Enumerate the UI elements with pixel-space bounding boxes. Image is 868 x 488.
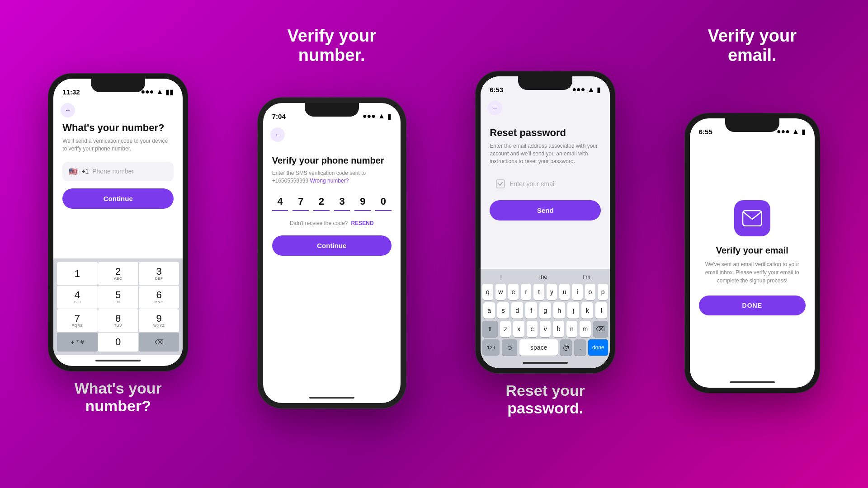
otp-1[interactable]: 4 xyxy=(272,196,288,211)
screen-1-title: What's your number? xyxy=(62,122,174,134)
top-heading-2-wrapper: Verify your number. xyxy=(257,26,406,65)
wrong-number-link[interactable]: Wrong number? xyxy=(310,178,349,184)
kbd-j[interactable]: j xyxy=(567,302,579,319)
kbd-w[interactable]: w xyxy=(495,284,506,300)
phone-3-frame: 6:53 ●●● ▲ ▮ ← Reset password xyxy=(475,71,615,374)
kbd-i[interactable]: i xyxy=(572,284,582,300)
bottom-label-1: What's your number? xyxy=(55,380,181,415)
kbd-a[interactable]: a xyxy=(483,302,495,319)
otp-2[interactable]: 7 xyxy=(292,196,309,211)
kbd-u[interactable]: u xyxy=(559,284,570,300)
done-btn[interactable]: DONE xyxy=(699,296,806,315)
kbd-123[interactable]: 123 xyxy=(482,339,500,356)
kbd-p[interactable]: p xyxy=(598,284,608,300)
continue-btn-1[interactable]: Continue xyxy=(62,188,174,209)
resend-link[interactable]: RESEND xyxy=(351,220,374,226)
time-4: 6:55 xyxy=(699,128,712,136)
kbd-backspace[interactable]: ⌫ xyxy=(593,321,609,337)
kbd-n[interactable]: n xyxy=(566,321,577,337)
kbd-d[interactable]: d xyxy=(511,302,523,319)
key-2[interactable]: 2 ABC xyxy=(98,262,138,285)
kbd-k[interactable]: k xyxy=(581,302,593,319)
kbd-h[interactable]: h xyxy=(553,302,565,319)
phone-1-frame: 11:32 ●●● ▲ ▮▮ ← What's your xyxy=(48,73,188,371)
kbd-s[interactable]: s xyxy=(497,302,509,319)
flag-icon: 🇺🇸 xyxy=(69,167,78,176)
key-5[interactable]: 5 JKL xyxy=(98,286,138,309)
wifi-icon-2: ▲ xyxy=(378,112,385,120)
otp-4[interactable]: 3 xyxy=(334,196,350,211)
wifi-icon-4: ▲ xyxy=(792,127,799,136)
kbd-x[interactable]: x xyxy=(513,321,524,337)
phone-number-display: +16505559999 xyxy=(272,178,308,184)
otp-row: 4 7 2 3 9 0 xyxy=(272,196,392,211)
kbd-emoji-btn[interactable]: ☺ xyxy=(502,339,517,356)
otp-5[interactable]: 9 xyxy=(354,196,371,211)
reset-title: Reset password xyxy=(490,127,601,139)
key-7[interactable]: 7 PQRS xyxy=(57,309,97,332)
kbd-shift[interactable]: ⇧ xyxy=(482,321,498,337)
send-btn[interactable]: Send xyxy=(490,200,601,221)
kbd-period[interactable]: . xyxy=(574,339,586,356)
back-btn-1[interactable]: ← xyxy=(61,103,75,117)
key-1[interactable]: 1 xyxy=(57,262,97,285)
kbd-m[interactable]: m xyxy=(580,321,590,337)
phone-2-screen: 7:04 ●●● ▲ ▮ ← Verify your ph xyxy=(263,103,401,403)
section-1: 11:32 ●●● ▲ ▮▮ ← What's your xyxy=(48,14,188,474)
home-bar-1 xyxy=(95,360,141,361)
battery-icon-1: ▮▮ xyxy=(165,88,174,96)
top-heading-4: Verify your email. xyxy=(684,26,820,65)
status-icons-2: ●●● ▲ ▮ xyxy=(363,112,392,121)
verify-email-desc: We've sent an email verification to your… xyxy=(699,260,806,285)
continue-btn-2[interactable]: Continue xyxy=(272,235,392,256)
kbd-e[interactable]: e xyxy=(508,284,519,300)
key-8[interactable]: 8 TUV xyxy=(98,309,138,332)
check-svg xyxy=(498,181,503,187)
otp-6[interactable]: 0 xyxy=(375,196,392,211)
kbd-o[interactable]: o xyxy=(585,284,595,300)
back-btn-2[interactable]: ← xyxy=(270,127,285,142)
key-4[interactable]: 4 GHI xyxy=(57,286,97,309)
top-heading-2: Verify your number. xyxy=(257,26,406,65)
phone-input-row[interactable]: 🇺🇸 +1 Phone number xyxy=(62,162,174,181)
email-icon-circle xyxy=(734,200,770,236)
kbd-r[interactable]: r xyxy=(521,284,531,300)
section-3: 6:53 ●●● ▲ ▮ ← Reset password xyxy=(475,14,615,474)
key-0[interactable]: 0 xyxy=(98,333,138,352)
kbd-g[interactable]: g xyxy=(539,302,551,319)
kbd-t[interactable]: t xyxy=(533,284,544,300)
key-3[interactable]: 3 DEF xyxy=(139,262,179,285)
kbd-q[interactable]: q xyxy=(482,284,493,300)
verify-email-title: Verify your email xyxy=(716,245,788,256)
home-bar-2 xyxy=(309,397,354,399)
otp-3[interactable]: 2 xyxy=(313,196,330,211)
signal-icon-4: ●●● xyxy=(777,127,790,136)
kbd-f[interactable]: f xyxy=(525,302,537,319)
back-btn-3[interactable]: ← xyxy=(488,101,502,115)
home-indicator-3 xyxy=(481,357,610,368)
kbd-b[interactable]: b xyxy=(553,321,564,337)
resend-prefix: Didn't receive the code? xyxy=(290,220,348,226)
subtitle-prefix: Enter the SMS verification code sent to xyxy=(272,170,366,176)
kbd-c[interactable]: c xyxy=(527,321,538,337)
kbd-at[interactable]: @ xyxy=(560,339,572,356)
suggestion-2[interactable]: The xyxy=(537,273,547,280)
phone-2-wrapper: 7:04 ●●● ▲ ▮ ← Verify your ph xyxy=(257,97,406,409)
kbd-y[interactable]: y xyxy=(547,284,557,300)
home-indicator-2 xyxy=(263,392,401,403)
battery-icon-2: ▮ xyxy=(387,112,392,121)
key-6[interactable]: 6 MNO xyxy=(139,286,179,309)
kbd-z[interactable]: z xyxy=(500,321,511,337)
kbd-space[interactable]: space xyxy=(519,339,558,356)
key-9[interactable]: 9 WXYZ xyxy=(139,309,179,332)
suggestion-3[interactable]: I'm xyxy=(583,273,590,280)
email-input-row[interactable]: Enter your email xyxy=(490,174,601,194)
kbd-done[interactable]: done xyxy=(588,339,608,356)
phone-4-wrapper: 6:55 ●●● ▲ ▮ xyxy=(684,113,820,393)
back-arrow-1: ← xyxy=(65,107,71,114)
suggestion-1[interactable]: I xyxy=(500,273,502,280)
key-special[interactable]: + * # xyxy=(57,333,97,352)
kbd-v[interactable]: v xyxy=(540,321,551,337)
key-backspace[interactable]: ⌫ xyxy=(139,333,179,352)
kbd-l[interactable]: l xyxy=(595,302,607,319)
